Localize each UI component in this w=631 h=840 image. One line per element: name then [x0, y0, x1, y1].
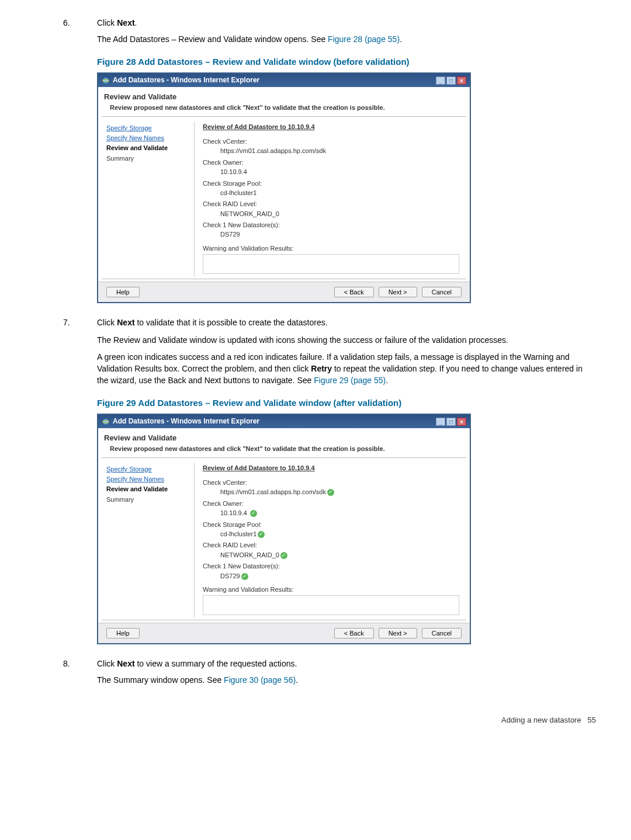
next-keyword: Next	[117, 318, 134, 327]
text: NETWORK_RAID_0	[220, 551, 279, 558]
text: .	[296, 675, 298, 685]
dialog-before-validation: Add Datastores - Windows Internet Explor…	[97, 72, 471, 303]
text: Click	[97, 18, 117, 27]
text: .	[386, 376, 388, 385]
step-6-instruction: Click Next.	[97, 18, 596, 29]
text: to validate that it is possible to creat…	[135, 318, 328, 327]
window-title: Add Datastores - Windows Internet Explor…	[113, 75, 259, 85]
review-heading: Review of Add Datastore to 10.10.9.4	[203, 464, 459, 473]
figure-28-caption: Figure 28 Add Datastores – Review and Va…	[97, 55, 596, 68]
check-owner-value-ok: 10.10.9.4	[203, 509, 459, 518]
nav-specify-storage[interactable]: Specify Storage	[106, 124, 189, 133]
check-new-datastore-value: DS729	[203, 230, 459, 239]
check-storage-pool-value-ok: cd-lhcluster1	[203, 530, 459, 539]
nav-review-validate: Review and Validate	[106, 144, 189, 152]
check-raid-level-value-ok: NETWORK_RAID_0	[203, 551, 459, 560]
window-title: Add Datastores - Windows Internet Explor…	[113, 416, 259, 426]
nav-specify-new-names[interactable]: Specify New Names	[106, 475, 189, 484]
review-validate-sub: Review proposed new datastores and click…	[98, 445, 470, 457]
warning-results-label: Warning and Validation Results:	[203, 585, 459, 594]
cancel-button[interactable]: Cancel	[422, 287, 462, 297]
minimize-button[interactable]: _	[436, 418, 445, 426]
check-storage-pool-value: cd-lhcluster1	[203, 189, 459, 197]
check-owner-label: Check Owner:	[203, 158, 459, 167]
page-footer: Adding a new datastore 55	[82, 715, 596, 726]
figure-30-link[interactable]: Figure 30 (page 56)	[224, 675, 296, 685]
text: .	[400, 34, 402, 44]
maximize-button[interactable]: □	[446, 418, 456, 426]
review-heading: Review of Add Datastore to 10.10.9.4	[203, 123, 459, 131]
nav-specify-new-names[interactable]: Specify New Names	[106, 134, 189, 143]
text: cd-lhcluster1	[220, 530, 256, 537]
help-button[interactable]: Help	[106, 628, 140, 638]
text: Click	[97, 318, 117, 327]
wizard-nav: Specify Storage Specify New Names Review…	[104, 122, 195, 277]
figure-28-link[interactable]: Figure 28 (page 55)	[328, 34, 400, 44]
check-vcenter-label: Check vCenter:	[203, 137, 459, 146]
text: DS729	[220, 572, 240, 579]
review-validate-header: Review and Validate	[98, 87, 470, 103]
window-titlebar: Add Datastores - Windows Internet Explor…	[98, 414, 470, 428]
check-storage-pool-label: Check Storage Pool:	[203, 179, 459, 188]
help-button[interactable]: Help	[106, 287, 140, 297]
back-button[interactable]: < Back	[334, 287, 374, 297]
check-raid-level-label: Check RAID Level:	[203, 200, 459, 209]
check-new-datastore-value-ok: DS729	[203, 572, 459, 581]
step-8-number: 8.	[63, 658, 70, 670]
check-ok-icon	[241, 573, 248, 580]
footer-section-title: Adding a new datastore	[501, 716, 581, 724]
text: https://vm01.casl.adapps.hp.com/sdk	[220, 488, 326, 495]
step-6-result: The Add Datastores – Review and Validate…	[97, 34, 596, 46]
check-ok-icon	[327, 489, 334, 496]
next-keyword: Next	[117, 659, 134, 668]
check-raid-level-value: NETWORK_RAID_0	[203, 210, 459, 218]
nav-summary: Summary	[106, 154, 189, 163]
check-ok-icon	[280, 552, 287, 559]
figure-29-link[interactable]: Figure 29 (page 55)	[314, 376, 386, 385]
check-owner-label: Check Owner:	[203, 499, 459, 508]
nav-specify-storage[interactable]: Specify Storage	[106, 465, 189, 474]
text: The Summary window opens. See	[97, 675, 224, 685]
text: .	[135, 18, 137, 27]
next-button[interactable]: Next >	[379, 287, 417, 297]
check-ok-icon	[250, 510, 257, 517]
figure-29-caption: Figure 29 Add Datastores – Review and Va…	[97, 397, 596, 409]
check-storage-pool-label: Check Storage Pool:	[203, 520, 459, 529]
ie-logo-icon	[102, 418, 110, 426]
dialog-after-validation: Add Datastores - Windows Internet Explor…	[97, 414, 471, 644]
back-button[interactable]: < Back	[334, 628, 374, 638]
check-raid-level-label: Check RAID Level:	[203, 541, 459, 550]
check-owner-value: 10.10.9.4	[203, 168, 459, 176]
check-new-datastore-label: Check 1 New Datastore(s):	[203, 562, 459, 571]
warning-results-box	[203, 254, 459, 274]
nav-review-validate: Review and Validate	[106, 485, 189, 494]
maximize-button[interactable]: □	[446, 77, 456, 85]
wizard-nav: Specify Storage Specify New Names Review…	[104, 463, 195, 618]
check-vcenter-value-ok: https://vm01.casl.adapps.hp.com/sdk	[203, 488, 459, 497]
check-vcenter-value: https://vm01.casl.adapps.hp.com/sdk	[203, 147, 459, 155]
step-7-number: 7.	[63, 317, 70, 329]
text: Click	[97, 659, 117, 668]
nav-summary: Summary	[106, 495, 189, 504]
minimize-button[interactable]: _	[436, 77, 445, 85]
cancel-button[interactable]: Cancel	[422, 628, 462, 638]
ie-logo-icon	[102, 77, 110, 85]
window-titlebar: Add Datastores - Windows Internet Explor…	[98, 72, 470, 87]
check-vcenter-label: Check vCenter:	[203, 478, 459, 487]
text: The Add Datastores – Review and Validate…	[97, 34, 328, 44]
text: to view a summary of the requested actio…	[135, 659, 297, 668]
check-new-datastore-label: Check 1 New Datastore(s):	[203, 221, 459, 230]
step-8-result: The Summary window opens. See Figure 30 …	[97, 675, 596, 686]
step-7-instruction: Click Next to validate that it is possib…	[97, 317, 596, 329]
footer-page-number: 55	[588, 716, 596, 724]
next-keyword: Next	[117, 18, 134, 27]
step-7-result: The Review and Validate window is update…	[97, 335, 596, 346]
close-button[interactable]: ×	[457, 77, 466, 85]
step-8-instruction: Click Next to view a summary of the requ…	[97, 658, 596, 670]
close-button[interactable]: ×	[457, 418, 466, 426]
review-validate-header: Review and Validate	[98, 428, 470, 445]
next-button[interactable]: Next >	[379, 628, 417, 638]
step-6-number: 6.	[63, 18, 70, 29]
retry-keyword: Retry	[311, 364, 332, 373]
text: 10.10.9.4	[220, 509, 247, 516]
